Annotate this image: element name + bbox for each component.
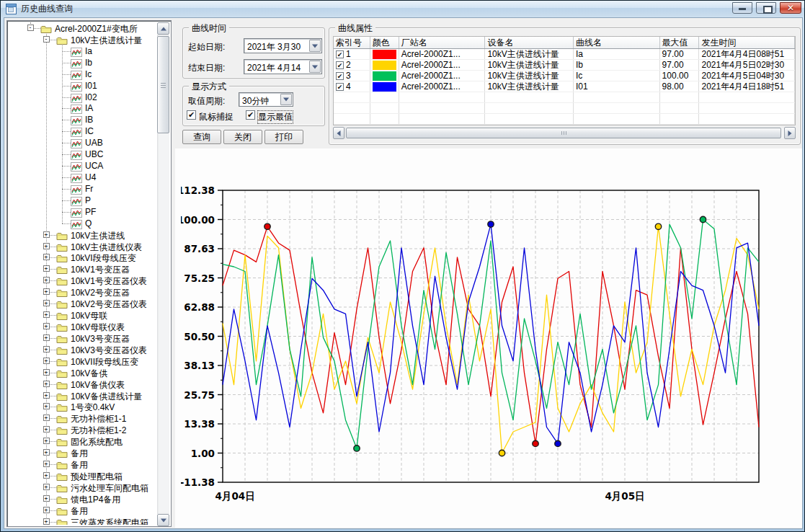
expand-box-icon[interactable]: +	[43, 414, 50, 421]
tree-item[interactable]: +10kV备供仪表	[9, 378, 156, 390]
minimize-button[interactable]	[732, 2, 752, 14]
tree-item[interactable]: +无功补偿柜1-1	[9, 412, 156, 424]
tree-item-label[interactable]: IA	[85, 103, 93, 113]
row-checkbox[interactable]: ✔	[336, 83, 344, 91]
tree-item-label[interactable]: I02	[85, 92, 97, 102]
tree-item[interactable]: UBC	[9, 148, 156, 160]
tree-item-label[interactable]: I01	[85, 81, 97, 91]
restore-button[interactable]	[756, 2, 776, 14]
tree-item[interactable]: +10kV2号变压器仪表	[9, 298, 156, 309]
column-header[interactable]: 设备名	[485, 37, 574, 48]
tree-item[interactable]: +10kVI段母线压变	[9, 252, 156, 263]
tree-item[interactable]: +备用	[9, 458, 156, 470]
tree-item[interactable]: +固化系统配电	[9, 435, 156, 447]
column-header[interactable]: 最大值	[660, 37, 700, 48]
collapse-box-icon[interactable]: -	[27, 25, 34, 31]
tree-item[interactable]: +备用	[9, 505, 156, 516]
dropdown-button[interactable]	[280, 94, 292, 105]
tree-item-label[interactable]: Fr	[85, 184, 93, 194]
expand-box-icon[interactable]: +	[43, 323, 50, 329]
tree-item-label[interactable]: Ib	[85, 58, 92, 68]
tree-item[interactable]: IC	[9, 125, 156, 137]
table-row[interactable]: ✔4Acrel-2000Z1...10kV主供进线计量I0198.002021年…	[334, 81, 795, 92]
tree-scroll-thumb[interactable]	[157, 36, 169, 133]
expand-box-icon[interactable]: +	[43, 392, 50, 399]
row-checkbox[interactable]: ✔	[336, 72, 344, 80]
tree-item-label[interactable]: U4	[85, 172, 96, 182]
table-row[interactable]	[334, 103, 795, 114]
tree-item[interactable]: U4	[9, 172, 156, 183]
expand-box-icon[interactable]: +	[43, 254, 50, 260]
table-row[interactable]: ✔1Acrel-2000Z1...10kV主供进线计量Ia97.002021年4…	[334, 49, 795, 60]
tree-item[interactable]: IB	[9, 114, 156, 125]
tree-item[interactable]: Q	[9, 218, 156, 229]
mouse-capture-checkbox[interactable]: ✔	[187, 110, 196, 120]
tree-item[interactable]: +10kV2号变压器	[9, 286, 156, 298]
tree-item-label[interactable]: UCA	[85, 161, 103, 171]
tree-item[interactable]: +馈电1P4备用	[9, 493, 156, 505]
row-checkbox[interactable]: ✔	[336, 61, 344, 69]
period-select[interactable]: 30分钟	[239, 92, 293, 107]
tree-item-label[interactable]: Ia	[85, 46, 92, 56]
history-chart[interactable]: 112.38100.0087.6375.2562.8850.5038.1325.…	[181, 174, 766, 514]
row-checkbox[interactable]: ✔	[336, 50, 344, 58]
tree-item-label[interactable]: UBC	[85, 149, 103, 159]
table-row[interactable]	[334, 92, 795, 103]
tree-item[interactable]: PF	[9, 206, 156, 218]
expand-box-icon[interactable]: +	[43, 484, 50, 490]
tree-item[interactable]: +10kV主供进线仪表	[9, 241, 156, 252]
tree-item[interactable]: UCA	[9, 160, 156, 172]
expand-box-icon[interactable]: +	[43, 438, 50, 444]
scroll-left-button[interactable]	[333, 127, 344, 139]
tree-item[interactable]: +10kV母联仪表	[9, 321, 156, 332]
tree-item[interactable]: UAB	[9, 137, 156, 148]
column-header[interactable]: 索引号	[334, 37, 370, 48]
table-row[interactable]: ✔3Acrel-2000Z1...10kV主供进线计量Ic100.002021年…	[334, 71, 795, 81]
expand-box-icon[interactable]: +	[43, 358, 50, 364]
expand-box-icon[interactable]: +	[43, 403, 50, 409]
tree-item[interactable]: +预处理配电箱	[9, 470, 156, 482]
expand-box-icon[interactable]: +	[43, 518, 50, 525]
expand-box-icon[interactable]: +	[43, 311, 50, 318]
tree-item-label[interactable]: Q	[85, 218, 92, 229]
expand-box-icon[interactable]: +	[43, 461, 50, 467]
tree-item[interactable]: +10kV1号变压器	[9, 263, 156, 275]
expand-box-icon[interactable]: +	[43, 426, 50, 433]
tree-item[interactable]: Ic	[9, 68, 156, 80]
expand-box-icon[interactable]: +	[43, 288, 50, 295]
tree-item[interactable]: IA	[9, 102, 156, 114]
expand-box-icon[interactable]: +	[43, 449, 50, 456]
titlebar[interactable]: 历史曲线查询	[1, 1, 804, 17]
tree-item[interactable]: I02	[9, 92, 156, 103]
expand-box-icon[interactable]: +	[43, 472, 50, 479]
tree-item[interactable]: +10kV备供进线计量	[9, 390, 156, 402]
column-header[interactable]: 厂站名	[399, 37, 486, 48]
expand-box-icon[interactable]: +	[43, 243, 50, 249]
tree-item[interactable]: +1号变0.4kV	[9, 401, 156, 412]
expand-box-icon[interactable]: +	[43, 346, 50, 353]
tree-item[interactable]: +备用	[9, 447, 156, 458]
dropdown-button[interactable]	[309, 61, 321, 73]
tree-item[interactable]: Ia	[9, 45, 156, 57]
tree-item[interactable]: +污水处理车间配电箱	[9, 482, 156, 493]
tree-item[interactable]: Ib	[9, 57, 156, 68]
expand-box-icon[interactable]: +	[43, 334, 50, 341]
dropdown-button[interactable]	[309, 40, 321, 52]
collapse-box-icon[interactable]: -	[43, 36, 50, 43]
expand-box-icon[interactable]: +	[43, 265, 50, 272]
tree-item[interactable]: +10kV母联	[9, 309, 156, 321]
table-row[interactable]	[334, 114, 795, 125]
tree-item[interactable]: +10kV3号变压器	[9, 332, 156, 344]
column-header[interactable]: 颜色	[370, 37, 399, 48]
column-header[interactable]: 发生时间	[699, 37, 795, 48]
column-header[interactable]: 曲线名	[574, 37, 660, 48]
tree-item-label[interactable]: PF	[85, 207, 96, 217]
tree-item[interactable]: +10kV1号变压器仪表	[9, 275, 156, 286]
tree-item[interactable]: +10kV主供进线	[9, 229, 156, 241]
tree-item-label[interactable]: IB	[85, 115, 93, 125]
tree-item[interactable]: I01	[9, 80, 156, 92]
tree-item[interactable]: +10kV3号变压器仪表	[9, 344, 156, 355]
tree-item[interactable]: -Acrel-2000Z1#变电所	[9, 22, 156, 34]
close-dialog-button[interactable]: 关闭	[223, 130, 262, 144]
tree-item[interactable]: +10kVII段母线压变	[9, 355, 156, 367]
